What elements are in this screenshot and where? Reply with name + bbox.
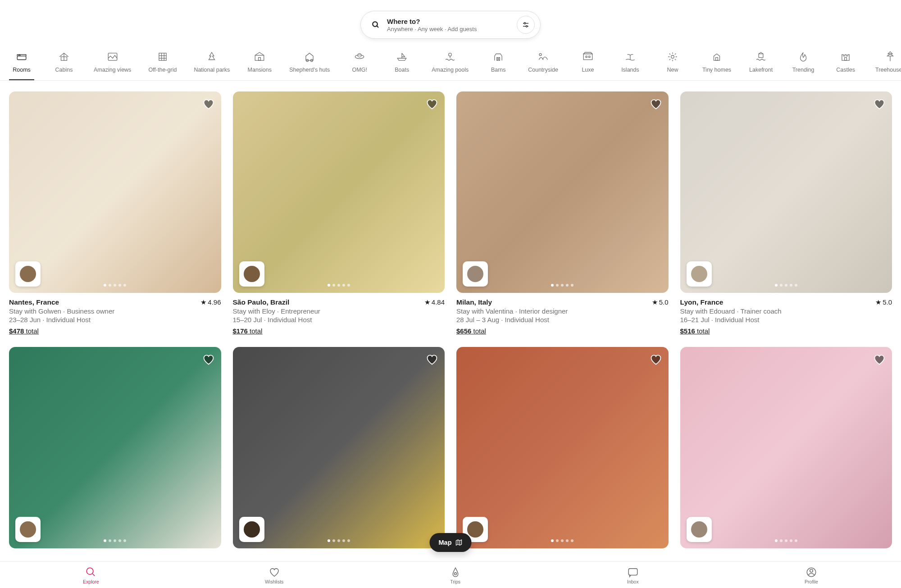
svg-rect-40 [628, 569, 637, 575]
host-badge[interactable] [687, 261, 712, 287]
svg-rect-6 [17, 56, 26, 59]
host-badge[interactable] [463, 261, 488, 287]
listing-card[interactable]: Nantes, France ★4.96 Stay with Golwen · … [9, 91, 221, 335]
host-avatar [243, 265, 261, 283]
host-badge[interactable] [15, 517, 41, 542]
nav-label: Wishlists [265, 579, 283, 584]
park-icon [205, 50, 218, 63]
svg-rect-34 [845, 58, 847, 61]
wishlist-heart-button[interactable] [202, 353, 215, 366]
nav-label: Trips [450, 579, 460, 584]
listing-host-line: Stay with Edouard · Trainer coach [680, 307, 892, 315]
category-tab-treehouses[interactable]: Treehouses [875, 50, 901, 80]
category-tab-shepherd-s-huts[interactable]: Shepherd's huts [289, 50, 330, 80]
category-label: Cabins [55, 67, 73, 73]
show-map-button[interactable]: Map [430, 533, 472, 552]
category-tab-national-parks[interactable]: National parks [194, 50, 230, 80]
heart-icon [268, 566, 280, 578]
listing-date-line: 15–20 Jul · Individual Host [233, 316, 445, 324]
listings-grid: Nantes, France ★4.96 Stay with Golwen · … [0, 81, 901, 588]
category-tab-new[interactable]: New [660, 50, 685, 80]
new-icon [666, 50, 679, 63]
wishlist-heart-button[interactable] [873, 353, 886, 366]
wishlist-heart-button[interactable] [650, 353, 662, 366]
listing-price: $478 total [9, 327, 39, 335]
category-tab-amazing-pools[interactable]: Amazing pools [432, 50, 469, 80]
listing-card[interactable] [456, 347, 669, 548]
nav-profile[interactable]: Profile [805, 566, 818, 584]
category-label: Barns [491, 67, 506, 73]
category-label: Trending [792, 67, 815, 73]
category-tab-countryside[interactable]: Countryside [528, 50, 558, 80]
listing-image[interactable] [680, 91, 892, 293]
host-avatar [243, 520, 261, 538]
listing-price: $516 total [680, 327, 710, 335]
listing-image[interactable] [233, 347, 445, 548]
listing-image[interactable] [680, 347, 892, 548]
listing-title: Nantes, France [9, 298, 59, 306]
category-label: National parks [194, 67, 230, 73]
category-tabs[interactable]: RoomsCabinsAmazing viewsOff-the-gridNati… [0, 47, 901, 81]
category-tab-rooms[interactable]: Rooms [9, 50, 34, 80]
listing-image[interactable] [456, 91, 669, 293]
nav-inbox[interactable]: Inbox [627, 566, 639, 584]
star-icon: ★ [424, 298, 430, 306]
host-avatar [466, 265, 484, 283]
listing-image[interactable] [9, 347, 221, 548]
category-tab-luxe[interactable]: Luxe [575, 50, 601, 80]
island-icon [624, 50, 637, 63]
nav-wishlists[interactable]: Wishlists [265, 566, 283, 584]
listing-title: Lyon, France [680, 298, 724, 306]
category-tab-mansions[interactable]: Mansions [247, 50, 272, 80]
listing-rating: ★5.0 [875, 298, 892, 306]
category-tab-boats[interactable]: Boats [389, 50, 414, 80]
listing-card[interactable]: São Paulo, Brazil ★4.84 Stay with Eloy ·… [233, 91, 445, 335]
host-badge[interactable] [239, 517, 264, 542]
listing-image[interactable] [456, 347, 669, 548]
host-badge[interactable] [239, 261, 264, 287]
host-badge[interactable] [15, 261, 41, 287]
category-tab-lakefront[interactable]: Lakefront [748, 50, 774, 80]
host-avatar [19, 520, 37, 538]
svg-point-5 [526, 26, 527, 27]
mansion-icon [253, 50, 266, 63]
category-tab-islands[interactable]: Islands [618, 50, 643, 80]
category-label: Treehouses [875, 67, 901, 73]
wishlist-heart-button[interactable] [426, 353, 438, 366]
listing-card[interactable] [680, 347, 892, 548]
category-tab-tiny-homes[interactable]: Tiny homes [702, 50, 731, 80]
listing-host-line: Stay with Golwen · Business owner [9, 307, 221, 315]
wishlist-heart-button[interactable] [426, 98, 438, 110]
listing-body: São Paulo, Brazil ★4.84 Stay with Eloy ·… [233, 293, 445, 335]
listing-card[interactable] [233, 347, 445, 548]
filter-button[interactable] [517, 16, 535, 34]
wishlist-heart-button[interactable] [650, 98, 662, 110]
listing-card[interactable]: Lyon, France ★5.0 Stay with Edouard · Tr… [680, 91, 892, 335]
category-label: Rooms [13, 67, 31, 73]
category-tab-castles[interactable]: Castles [833, 50, 858, 80]
wishlist-heart-button[interactable] [873, 98, 886, 110]
category-tab-amazing-views[interactable]: Amazing views [94, 50, 131, 80]
nav-explore[interactable]: Explore [83, 566, 99, 584]
tinyhome-icon [710, 50, 723, 63]
category-tab-omg-[interactable]: OMG! [347, 50, 372, 80]
listing-date-line: 23–28 Jun · Individual Host [9, 316, 221, 324]
category-tab-off-the-grid[interactable]: Off-the-grid [148, 50, 177, 80]
listing-image[interactable] [9, 91, 221, 293]
category-tab-barns[interactable]: Barns [486, 50, 511, 80]
listing-card[interactable] [9, 347, 221, 548]
image-pagination-dots [104, 539, 126, 542]
search-text: Where to? Anywhere · Any week · Add gues… [387, 18, 510, 32]
category-tab-trending[interactable]: Trending [791, 50, 816, 80]
wishlist-heart-button[interactable] [202, 98, 215, 110]
category-tab-cabins[interactable]: Cabins [51, 50, 77, 80]
search-bar[interactable]: Where to? Anywhere · Any week · Add gues… [360, 11, 541, 39]
listing-image[interactable] [233, 91, 445, 293]
listing-card[interactable]: Milan, Italy ★5.0 Stay with Valentina · … [456, 91, 669, 335]
category-label: Off-the-grid [148, 67, 177, 73]
nav-trips[interactable]: Trips [450, 566, 461, 584]
treehouse-icon [884, 50, 896, 63]
host-badge[interactable] [687, 517, 712, 542]
barn-icon [492, 50, 505, 63]
svg-rect-33 [759, 54, 763, 58]
